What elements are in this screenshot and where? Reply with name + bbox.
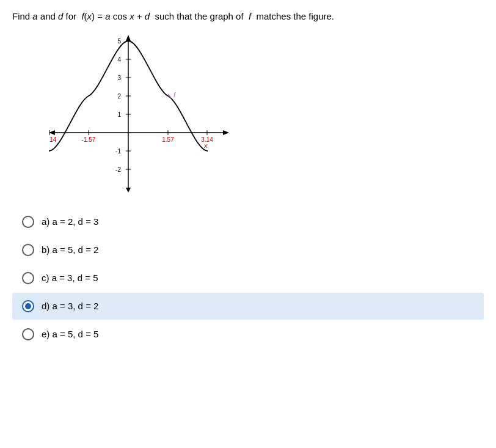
svg-text:4: 4	[117, 56, 121, 63]
option-e[interactable]: e) a = 5, d = 5	[12, 321, 484, 348]
svg-text:3: 3	[117, 75, 121, 81]
option-a[interactable]: a) a = 2, d = 3	[12, 208, 484, 235]
svg-text:5: 5	[117, 38, 121, 45]
svg-text:-1: -1	[115, 148, 121, 155]
svg-text:f: f	[173, 91, 176, 98]
radio-a[interactable]	[22, 216, 34, 228]
option-a-label: a) a = 2, d = 3	[42, 216, 98, 227]
radio-e[interactable]	[22, 328, 34, 340]
function-graph: 5 4 3 2 1 -1 -2 -3.14 -1.57 1.57 3.14	[49, 35, 232, 194]
option-d[interactable]: d) a = 3, d = 2	[12, 293, 484, 320]
svg-text:2: 2	[117, 93, 121, 100]
option-d-label: d) a = 3, d = 2	[42, 301, 98, 311]
svg-marker-4	[126, 35, 131, 41]
svg-text:-3.14: -3.14	[49, 136, 57, 143]
svg-text:-1.57: -1.57	[82, 136, 96, 143]
radio-d-fill	[25, 303, 31, 309]
radio-b[interactable]	[22, 244, 34, 256]
svg-text:1: 1	[117, 111, 121, 118]
option-e-label: e) a = 5, d = 5	[42, 329, 98, 339]
option-b[interactable]: b) a = 5, d = 2	[12, 237, 484, 263]
option-c-label: c) a = 3, d = 5	[42, 273, 98, 283]
graph-container: 5 4 3 2 1 -1 -2 -3.14 -1.57 1.57 3.14	[49, 35, 232, 194]
question-text: Find a and d for f(x) = a cos x + d such…	[12, 10, 484, 24]
radio-d[interactable]	[22, 300, 34, 312]
options-list: a) a = 2, d = 3 b) a = 5, d = 2 c) a = 3…	[12, 208, 484, 348]
svg-text:-2: -2	[115, 166, 121, 173]
radio-c[interactable]	[22, 272, 34, 284]
svg-text:1.57: 1.57	[162, 136, 174, 143]
option-b-label: b) a = 5, d = 2	[42, 244, 98, 255]
option-c[interactable]: c) a = 3, d = 5	[12, 265, 484, 292]
svg-marker-5	[126, 188, 131, 193]
svg-text:x: x	[203, 142, 208, 149]
svg-marker-2	[223, 130, 229, 135]
